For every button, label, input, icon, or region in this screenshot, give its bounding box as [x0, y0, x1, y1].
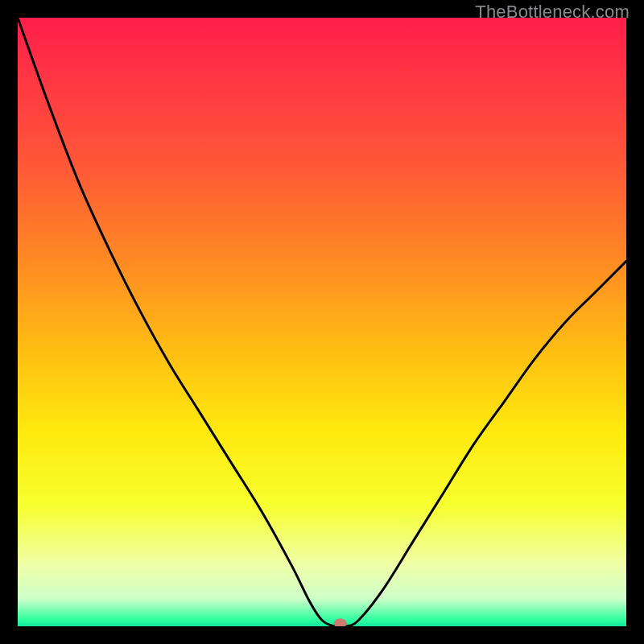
plot-area — [18, 18, 626, 626]
background-rect — [18, 18, 626, 626]
chart-svg — [18, 18, 626, 626]
chart-frame: TheBottleneck.com — [0, 0, 644, 644]
watermark-text: TheBottleneck.com — [475, 2, 630, 23]
